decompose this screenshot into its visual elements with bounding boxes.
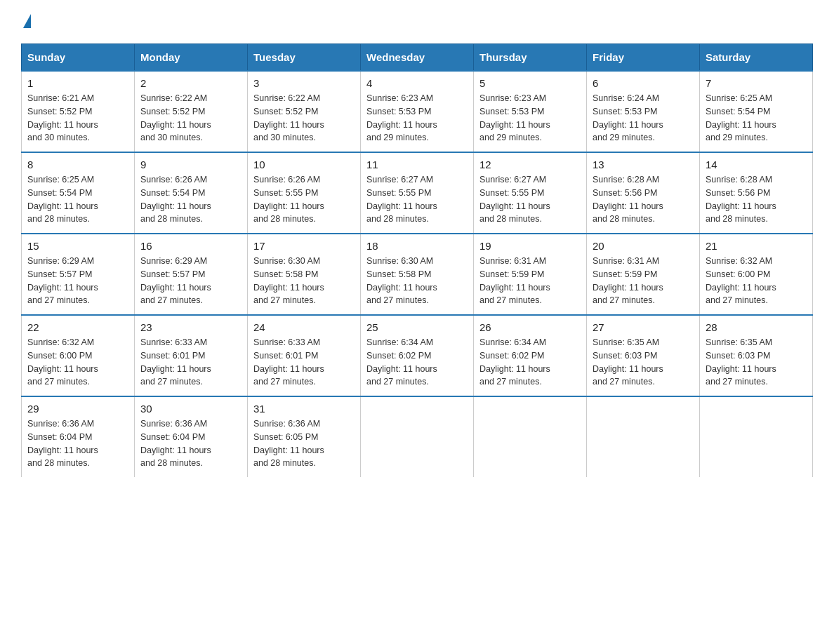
day-number: 19 (479, 240, 581, 252)
calendar-cell: 17 Sunrise: 6:30 AMSunset: 5:58 PMDaylig… (248, 234, 361, 315)
day-number: 25 (366, 321, 468, 333)
day-number: 4 (366, 77, 468, 89)
day-number: 10 (253, 159, 355, 170)
day-number: 21 (706, 240, 807, 252)
calendar-cell: 20 Sunrise: 6:31 AMSunset: 5:59 PMDaylig… (587, 234, 700, 315)
day-number: 3 (253, 77, 355, 89)
calendar-cell (474, 396, 587, 477)
day-number: 16 (140, 240, 241, 252)
day-info: Sunrise: 6:33 AMSunset: 6:01 PMDaylight:… (140, 337, 211, 387)
day-info: Sunrise: 6:30 AMSunset: 5:58 PMDaylight:… (366, 256, 437, 305)
calendar-cell (700, 396, 813, 477)
calendar-cell: 18 Sunrise: 6:30 AMSunset: 5:58 PMDaylig… (361, 234, 474, 315)
day-info: Sunrise: 6:35 AMSunset: 6:03 PMDaylight:… (706, 337, 776, 387)
logo (21, 14, 31, 29)
calendar-cell: 4 Sunrise: 6:23 AMSunset: 5:53 PMDayligh… (361, 71, 474, 152)
day-info: Sunrise: 6:26 AMSunset: 5:55 PMDaylight:… (253, 175, 324, 224)
calendar-cell: 21 Sunrise: 6:32 AMSunset: 6:00 PMDaylig… (700, 234, 813, 315)
calendar-cell: 29 Sunrise: 6:36 AMSunset: 6:04 PMDaylig… (22, 396, 135, 477)
day-number: 24 (253, 321, 355, 333)
day-info: Sunrise: 6:36 AMSunset: 6:04 PMDaylight:… (140, 419, 211, 468)
day-number: 2 (140, 77, 241, 89)
header-wednesday: Wednesday (361, 44, 474, 72)
logo-triangle-icon (23, 14, 31, 28)
day-info: Sunrise: 6:31 AMSunset: 5:59 PMDaylight:… (593, 256, 663, 305)
day-number: 18 (366, 240, 468, 252)
day-number: 8 (27, 159, 128, 170)
day-info: Sunrise: 6:21 AMSunset: 5:52 PMDaylight:… (27, 93, 98, 142)
calendar-cell: 15 Sunrise: 6:29 AMSunset: 5:57 PMDaylig… (22, 234, 135, 315)
day-info: Sunrise: 6:32 AMSunset: 6:00 PMDaylight:… (27, 337, 98, 387)
calendar-cell: 26 Sunrise: 6:34 AMSunset: 6:02 PMDaylig… (474, 315, 587, 396)
header-saturday: Saturday (700, 44, 813, 72)
day-info: Sunrise: 6:25 AMSunset: 5:54 PMDaylight:… (27, 175, 98, 224)
day-number: 6 (593, 77, 694, 89)
calendar-table: SundayMondayTuesdayWednesdayThursdayFrid… (21, 43, 813, 477)
day-info: Sunrise: 6:29 AMSunset: 5:57 PMDaylight:… (27, 256, 98, 305)
day-number: 15 (27, 240, 128, 252)
day-number: 23 (140, 321, 241, 333)
day-number: 1 (27, 77, 128, 89)
calendar-cell: 22 Sunrise: 6:32 AMSunset: 6:00 PMDaylig… (22, 315, 135, 396)
day-number: 14 (706, 159, 807, 170)
day-number: 13 (593, 159, 694, 170)
calendar-cell: 27 Sunrise: 6:35 AMSunset: 6:03 PMDaylig… (587, 315, 700, 396)
calendar-cell: 31 Sunrise: 6:36 AMSunset: 6:05 PMDaylig… (248, 396, 361, 477)
day-number: 29 (27, 403, 128, 415)
calendar-cell: 1 Sunrise: 6:21 AMSunset: 5:52 PMDayligh… (22, 71, 135, 152)
calendar-cell: 9 Sunrise: 6:26 AMSunset: 5:54 PMDayligh… (135, 152, 248, 234)
calendar-cell: 19 Sunrise: 6:31 AMSunset: 5:59 PMDaylig… (474, 234, 587, 315)
calendar-cell: 3 Sunrise: 6:22 AMSunset: 5:52 PMDayligh… (248, 71, 361, 152)
day-number: 31 (253, 403, 355, 415)
day-info: Sunrise: 6:22 AMSunset: 5:52 PMDaylight:… (253, 93, 324, 142)
calendar-cell: 24 Sunrise: 6:33 AMSunset: 6:01 PMDaylig… (248, 315, 361, 396)
calendar-cell: 5 Sunrise: 6:23 AMSunset: 5:53 PMDayligh… (474, 71, 587, 152)
calendar-cell: 28 Sunrise: 6:35 AMSunset: 6:03 PMDaylig… (700, 315, 813, 396)
day-number: 27 (593, 321, 694, 333)
page-header (21, 14, 813, 29)
calendar-cell (587, 396, 700, 477)
calendar-cell: 13 Sunrise: 6:28 AMSunset: 5:56 PMDaylig… (587, 152, 700, 234)
day-info: Sunrise: 6:31 AMSunset: 5:59 PMDaylight:… (479, 256, 550, 305)
day-number: 17 (253, 240, 355, 252)
day-info: Sunrise: 6:35 AMSunset: 6:03 PMDaylight:… (593, 337, 663, 387)
calendar-week-4: 22 Sunrise: 6:32 AMSunset: 6:00 PMDaylig… (22, 315, 813, 396)
day-number: 9 (140, 159, 241, 170)
calendar-cell: 14 Sunrise: 6:28 AMSunset: 5:56 PMDaylig… (700, 152, 813, 234)
day-number: 28 (706, 321, 807, 333)
calendar-cell: 12 Sunrise: 6:27 AMSunset: 5:55 PMDaylig… (474, 152, 587, 234)
day-info: Sunrise: 6:32 AMSunset: 6:00 PMDaylight:… (706, 256, 776, 305)
calendar-week-2: 8 Sunrise: 6:25 AMSunset: 5:54 PMDayligh… (22, 152, 813, 234)
header-friday: Friday (587, 44, 700, 72)
calendar-week-3: 15 Sunrise: 6:29 AMSunset: 5:57 PMDaylig… (22, 234, 813, 315)
calendar-week-5: 29 Sunrise: 6:36 AMSunset: 6:04 PMDaylig… (22, 396, 813, 477)
calendar-cell: 10 Sunrise: 6:26 AMSunset: 5:55 PMDaylig… (248, 152, 361, 234)
calendar-cell: 7 Sunrise: 6:25 AMSunset: 5:54 PMDayligh… (700, 71, 813, 152)
calendar-cell: 8 Sunrise: 6:25 AMSunset: 5:54 PMDayligh… (22, 152, 135, 234)
day-info: Sunrise: 6:27 AMSunset: 5:55 PMDaylight:… (366, 175, 437, 224)
calendar-cell (361, 396, 474, 477)
day-number: 7 (706, 77, 807, 89)
day-info: Sunrise: 6:22 AMSunset: 5:52 PMDaylight:… (140, 93, 211, 142)
header-thursday: Thursday (474, 44, 587, 72)
day-info: Sunrise: 6:23 AMSunset: 5:53 PMDaylight:… (479, 93, 550, 142)
day-info: Sunrise: 6:28 AMSunset: 5:56 PMDaylight:… (706, 175, 776, 224)
day-info: Sunrise: 6:26 AMSunset: 5:54 PMDaylight:… (140, 175, 211, 224)
day-number: 30 (140, 403, 241, 415)
header-sunday: Sunday (22, 44, 135, 72)
day-info: Sunrise: 6:33 AMSunset: 6:01 PMDaylight:… (253, 337, 324, 387)
day-number: 11 (366, 159, 468, 170)
day-number: 5 (479, 77, 581, 89)
calendar-cell: 11 Sunrise: 6:27 AMSunset: 5:55 PMDaylig… (361, 152, 474, 234)
day-number: 22 (27, 321, 128, 333)
day-number: 20 (593, 240, 694, 252)
day-info: Sunrise: 6:25 AMSunset: 5:54 PMDaylight:… (706, 93, 776, 142)
day-info: Sunrise: 6:34 AMSunset: 6:02 PMDaylight:… (479, 337, 550, 387)
calendar-week-1: 1 Sunrise: 6:21 AMSunset: 5:52 PMDayligh… (22, 71, 813, 152)
header-tuesday: Tuesday (248, 44, 361, 72)
calendar-cell: 16 Sunrise: 6:29 AMSunset: 5:57 PMDaylig… (135, 234, 248, 315)
calendar-body: 1 Sunrise: 6:21 AMSunset: 5:52 PMDayligh… (22, 71, 813, 477)
day-number: 26 (479, 321, 581, 333)
day-info: Sunrise: 6:29 AMSunset: 5:57 PMDaylight:… (140, 256, 211, 305)
day-info: Sunrise: 6:34 AMSunset: 6:02 PMDaylight:… (366, 337, 437, 387)
